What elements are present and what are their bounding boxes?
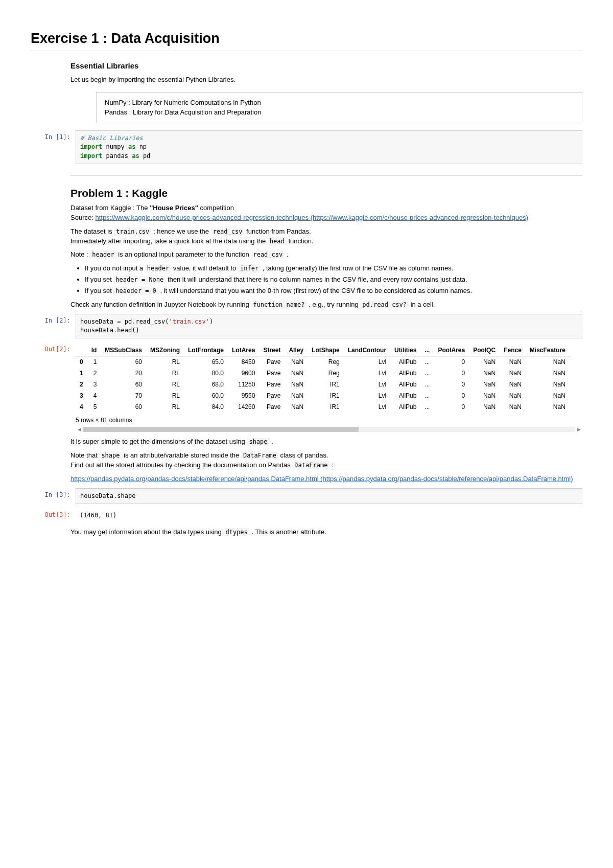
code-token: pd <box>143 152 150 159</box>
paragraph: Check any function definition in Jupyter… <box>70 300 582 310</box>
list-item: If you set heaeder = 0 , it will underst… <box>85 286 582 296</box>
table-cell: ... <box>420 368 434 379</box>
table-header: MiscFeature <box>526 345 570 356</box>
paragraph: Dataset from Kaggle : The "House Prices"… <box>70 203 582 223</box>
table-cell: NaN <box>469 379 500 390</box>
table-header: Utilities <box>390 345 420 356</box>
inline-code: function_name? <box>251 301 306 309</box>
code-token: pandas <box>106 152 128 159</box>
table-cell: Reg <box>308 356 344 368</box>
table-cell: 0 <box>76 356 87 368</box>
table-cell: NaN <box>469 356 500 368</box>
table-cell: 0 <box>434 390 469 401</box>
code-cell: In [2]: houseData = pd.read_csv('train.c… <box>31 314 582 339</box>
code-kw: as <box>128 143 135 150</box>
text: is an attribute/variable stored inside t… <box>122 451 241 459</box>
table-header: MSZoning <box>146 345 184 356</box>
table-cell: AllPub <box>390 379 420 390</box>
text: It is super simple to get the dimensions… <box>70 438 247 445</box>
table-cell: 9600 <box>228 368 259 379</box>
table-cell: NaN <box>526 401 570 413</box>
dataframe-table: IdMSSubClassMSZoningLotFrontageLotAreaSt… <box>76 345 570 413</box>
table-cell: 68.0 <box>184 379 228 390</box>
box-line: NumPy : Library for Numeric Computations… <box>105 98 574 108</box>
code-token: pd <box>121 318 132 325</box>
table-cell: 20 <box>101 368 146 379</box>
table-cell: 3 <box>87 379 101 390</box>
scroll-thumb[interactable] <box>83 427 359 432</box>
kaggle-link[interactable]: https://www.kaggle.com/c/house-prices-ad… <box>95 214 528 221</box>
table-cell: 0 <box>434 379 469 390</box>
paragraph: Note : header is an optional input param… <box>70 250 582 260</box>
table-cell: 1 <box>87 356 101 368</box>
table-cell: RL <box>146 390 184 401</box>
code-token: read_csv( <box>135 318 169 325</box>
table-header: PoolArea <box>434 345 469 356</box>
page-title: Exercise 1 : Data Acquisition <box>31 31 582 51</box>
table-cell: ... <box>420 390 434 401</box>
table-cell: AllPub <box>390 368 420 379</box>
code-input-area[interactable]: houseData.shape <box>76 488 582 504</box>
table-cell: NaN <box>285 356 308 368</box>
table-cell: IR1 <box>308 379 344 390</box>
inline-code: read_csv <box>251 250 285 259</box>
text: Find out all the stored attributes by ch… <box>70 461 292 469</box>
input-prompt: In [2]: <box>31 314 76 339</box>
output-prompt: Out[2]: <box>31 342 76 433</box>
code-token: ) <box>209 318 213 325</box>
table-header: PoolQC <box>469 345 500 356</box>
table-cell: 65.0 <box>184 356 228 368</box>
table-header: Street <box>259 345 285 356</box>
table-cell: ... <box>420 379 434 390</box>
text: class of pandas. <box>278 451 328 459</box>
table-cell: 4 <box>87 390 101 401</box>
table-cell: NaN <box>500 390 526 401</box>
table-cell: 5 <box>87 401 101 413</box>
box-line: Pandas : Library for Data Acquisition an… <box>105 107 574 118</box>
table-cell: 11250 <box>228 379 259 390</box>
table-header: Alley <box>285 345 308 356</box>
inline-code: DataFrame <box>241 451 278 460</box>
inline-code: DataFrame <box>292 461 329 469</box>
table-header: LotFrontage <box>184 345 228 356</box>
table-row: 1220RL80.09600PaveNaNRegLvlAllPub...0NaN… <box>76 368 570 379</box>
text: . <box>285 250 288 258</box>
text: Source: <box>70 214 95 221</box>
text: in a cell. <box>409 301 435 308</box>
table-header: LandContour <box>344 345 390 356</box>
scroll-track[interactable] <box>83 427 575 432</box>
code-input-area[interactable]: # Basic Libraries import numpy as np imp… <box>76 130 582 164</box>
scroll-right-arrow-icon[interactable]: ▶ <box>575 427 582 432</box>
horizontal-scrollbar[interactable]: ◀ ▶ <box>76 426 582 433</box>
table-cell: NaN <box>500 379 526 390</box>
table-cell: Pave <box>259 368 285 379</box>
code-input-area[interactable]: houseData = pd.read_csv('train.csv') hou… <box>76 314 582 339</box>
inline-code: shape <box>247 438 269 446</box>
code-token: houseData <box>80 327 113 334</box>
table-cell: NaN <box>526 368 570 379</box>
text: is an optional input parameter to the fu… <box>116 250 251 258</box>
pandas-docs-link[interactable]: https://pandas.pydata.org/pandas-docs/st… <box>70 475 573 483</box>
text: ; hence we use the <box>151 227 210 235</box>
table-cell: Reg <box>308 368 344 379</box>
table-row: 4560RL84.014260PaveNaNIR1LvlAllPub...0Na… <box>76 401 570 413</box>
table-cell: NaN <box>500 401 526 413</box>
text: You may get information about the data t… <box>70 528 223 536</box>
list-item: If you set header = None then it will un… <box>85 275 582 285</box>
code-token: np <box>139 143 147 150</box>
code-token: head() <box>117 327 139 334</box>
table-cell: NaN <box>285 368 308 379</box>
bullet-list: If you do not input a header value, it w… <box>70 264 582 296</box>
text: . <box>270 438 273 445</box>
table-header: LotShape <box>308 345 344 356</box>
table-cell: NaN <box>469 390 500 401</box>
text: value, it will default to <box>171 264 238 272</box>
code-kw: import <box>80 143 102 150</box>
problem-heading: Problem 1 : Kaggle <box>70 187 582 199</box>
table-cell: 60 <box>101 356 146 368</box>
scroll-left-arrow-icon[interactable]: ◀ <box>76 427 83 432</box>
table-cell: IR1 <box>308 390 344 401</box>
table-cell: Pave <box>259 379 285 390</box>
code-string: 'train.csv' <box>169 318 209 325</box>
table-row: 2360RL68.011250PaveNaNIR1LvlAllPub...0Na… <box>76 379 570 390</box>
